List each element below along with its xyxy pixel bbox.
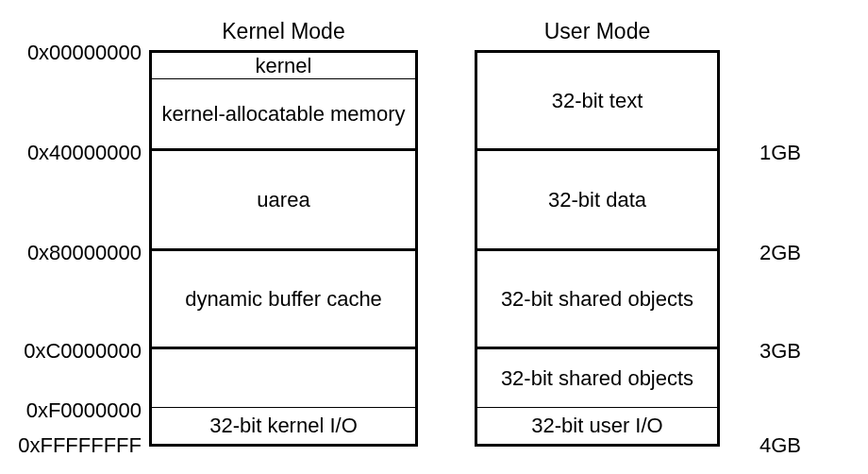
seg-dynamic-buffer-cache: dynamic buffer cache — [152, 251, 415, 349]
addr-label-0: 0x00000000 — [0, 41, 142, 65]
seg-kernel: kernel — [152, 53, 415, 79]
seg-user-io: 32-bit user I/O — [477, 408, 717, 444]
seg-uarea: uarea — [152, 151, 415, 251]
size-label-3gb: 3GB — [760, 339, 801, 364]
addr-label-1: 0x40000000 — [0, 141, 142, 165]
size-label-1gb: 1GB — [760, 141, 801, 165]
user-column: 32-bit text 32-bit data 32-bit shared ob… — [475, 50, 720, 447]
memory-layout-diagram: Kernel Mode User Mode 0x00000000 0x40000… — [0, 19, 868, 456]
seg-32bit-shared-1: 32-bit shared objects — [477, 251, 717, 349]
user-mode-title: User Mode — [475, 19, 720, 44]
size-label-2gb: 2GB — [760, 241, 801, 265]
seg-32bit-shared-2: 32-bit shared objects — [477, 349, 717, 408]
addr-label-5: 0xFFFFFFFF — [0, 433, 142, 458]
columns-wrap: 0x00000000 0x40000000 0x80000000 0xC0000… — [0, 50, 868, 456]
seg-kernel-allocatable: kernel-allocatable memory — [152, 79, 415, 151]
seg-32bit-data: 32-bit data — [477, 151, 717, 251]
addr-label-4: 0xF0000000 — [0, 398, 142, 423]
addr-label-3: 0xC0000000 — [0, 339, 142, 364]
seg-kernel-io: 32-bit kernel I/O — [152, 408, 415, 444]
size-label-4gb: 4GB — [760, 433, 801, 458]
kernel-mode-title: Kernel Mode — [149, 19, 418, 44]
kernel-column: kernel kernel-allocatable memory uarea d… — [149, 50, 418, 447]
seg-32bit-text: 32-bit text — [477, 53, 717, 151]
seg-kernel-empty — [152, 349, 415, 408]
addr-label-2: 0x80000000 — [0, 241, 142, 265]
